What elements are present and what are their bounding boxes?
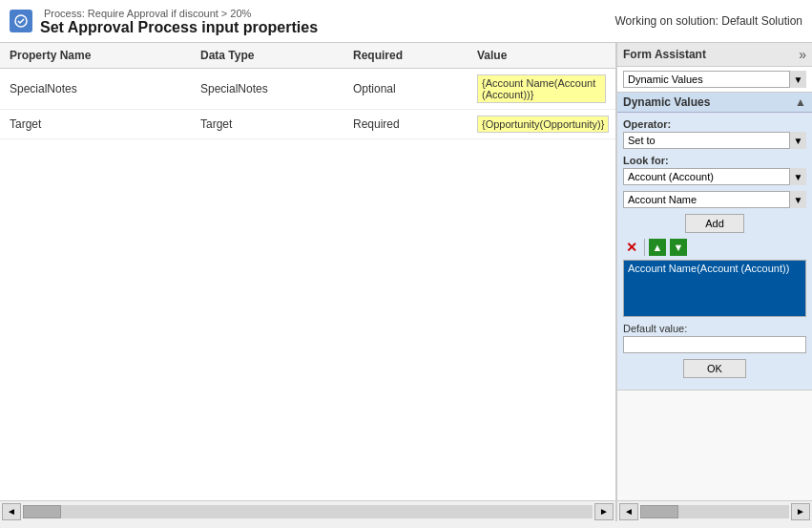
value-badge-1[interactable]: {Opportunity(Opportunity)} — [477, 116, 609, 133]
dynamic-values-section-header: Dynamic Values ▲ — [617, 93, 812, 113]
dynamic-values-row: Dynamic Values ▼ — [617, 67, 812, 93]
table-header: Property Name Data Type Required Value — [0, 43, 615, 69]
ok-button[interactable]: OK — [683, 359, 746, 378]
dynamic-values-select[interactable]: Dynamic Values — [623, 71, 806, 88]
dynamic-values-section-label: Dynamic Values — [623, 95, 710, 109]
field-dropdown-wrapper[interactable]: Account Name ▼ — [623, 191, 806, 208]
right-bottom-scrollbar: ◄ ► — [617, 500, 812, 521]
cell-property-0: SpecialNotes — [6, 80, 197, 97]
main-layout: Property Name Data Type Required Value S… — [0, 43, 812, 521]
page-title: Set Approval Process input properties — [40, 19, 318, 36]
default-value-label: Default value: — [623, 323, 806, 334]
right-scroll-right-arrow[interactable]: ► — [791, 503, 810, 520]
look-for-group: Look for: Account (Account) ▼ — [623, 155, 806, 185]
scroll-thumb[interactable] — [23, 505, 61, 518]
move-up-icon[interactable]: ▲ — [649, 239, 666, 256]
look-for-wrapper[interactable]: Account (Account) ▼ — [623, 168, 806, 185]
values-list[interactable]: Account Name(Account (Account)) — [623, 260, 806, 317]
col-header-value: Value — [473, 47, 610, 64]
field-dropdown-group: Account Name ▼ — [623, 191, 806, 208]
values-list-empty — [624, 276, 805, 314]
cell-value-0[interactable]: {Account Name(Account (Account))} — [473, 73, 610, 105]
cell-datatype-0: SpecialNotes — [197, 80, 349, 97]
values-list-item[interactable]: Account Name(Account (Account)) — [624, 261, 805, 276]
default-value-group: Default value: — [623, 323, 806, 353]
look-for-select[interactable]: Account (Account) — [623, 168, 806, 185]
right-panel: Form Assistant » Dynamic Values ▼ Dynami… — [616, 43, 812, 521]
col-header-required: Required — [349, 47, 473, 64]
col-header-property: Property Name — [6, 47, 197, 64]
expand-icon[interactable]: » — [799, 47, 806, 62]
operator-select[interactable]: Set to — [623, 132, 806, 149]
field-select[interactable]: Account Name — [623, 191, 806, 208]
form-assistant-header: Form Assistant » — [617, 43, 812, 67]
scroll-track[interactable] — [23, 505, 593, 518]
dynamic-values-content: Operator: Set to ▼ Look for: Account (Ac… — [617, 113, 812, 390]
table-row[interactable]: SpecialNotes SpecialNotes Optional {Acco… — [0, 69, 615, 110]
scroll-left-arrow[interactable]: ◄ — [2, 503, 21, 520]
left-panel: Property Name Data Type Required Value S… — [0, 43, 616, 521]
look-for-label: Look for: — [623, 155, 806, 166]
move-down-icon[interactable]: ▼ — [670, 239, 687, 256]
process-icon — [10, 10, 32, 32]
collapse-icon[interactable]: ▲ — [795, 95, 806, 109]
working-on-label: Working on solution: Default Solution — [614, 14, 802, 28]
right-scroll-track[interactable] — [640, 505, 789, 518]
default-value-input[interactable] — [623, 336, 806, 353]
operator-group: Operator: Set to ▼ — [623, 118, 806, 149]
value-badge-0[interactable]: {Account Name(Account (Account))} — [477, 74, 606, 103]
right-scroll-left-arrow[interactable]: ◄ — [619, 503, 638, 520]
cell-value-1[interactable]: {Opportunity(Opportunity)} — [473, 114, 613, 135]
operator-wrapper[interactable]: Set to ▼ — [623, 132, 806, 149]
add-button[interactable]: Add — [685, 214, 744, 233]
cell-required-0: Optional — [349, 80, 473, 97]
separator — [644, 239, 645, 256]
form-assistant-title: Form Assistant — [623, 48, 706, 61]
action-icons: ✕ ▲ ▼ — [623, 237, 806, 260]
process-subtitle: Process: Require Approval if discount > … — [44, 6, 318, 19]
delete-icon[interactable]: ✕ — [623, 239, 640, 256]
table-body: SpecialNotes SpecialNotes Optional {Acco… — [0, 69, 615, 500]
col-header-datatype: Data Type — [197, 47, 349, 64]
cell-required-1: Required — [349, 116, 473, 133]
cell-datatype-1: Target — [197, 116, 349, 133]
scroll-right-arrow[interactable]: ► — [594, 503, 614, 520]
bottom-scrollbar: ◄ ► — [0, 500, 615, 521]
top-bar: Process: Require Approval if discount > … — [0, 0, 812, 43]
cell-property-1: Target — [6, 116, 197, 133]
operator-label: Operator: — [623, 118, 806, 130]
dynamic-values-section: Dynamic Values ▲ Operator: Set to ▼ Lo — [617, 93, 812, 391]
right-scroll-thumb[interactable] — [640, 505, 678, 518]
dynamic-values-wrapper[interactable]: Dynamic Values ▼ — [623, 71, 806, 88]
table-row[interactable]: Target Target Required {Opportunity(Oppo… — [0, 110, 615, 139]
